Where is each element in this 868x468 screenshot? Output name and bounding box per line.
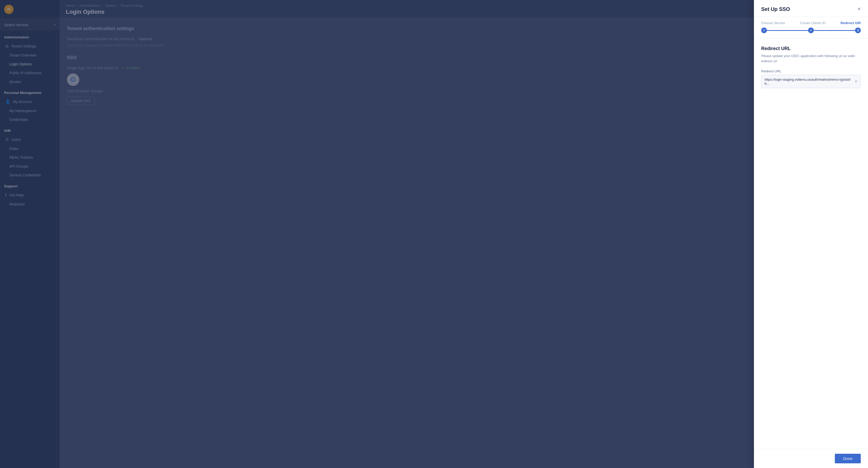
sso-panel: Set Up SSO × Choose Service Create Clien… [754, 0, 868, 468]
step1-dot [761, 28, 767, 33]
stepper-track: 3 [761, 28, 861, 33]
stepper: Choose Service Create Clients ID Redirec… [754, 17, 868, 39]
panel-footer: Done [754, 449, 868, 468]
redirect-url-label: Redirect URL [761, 69, 861, 73]
panel-description: Please update your OIDC application with… [761, 53, 861, 64]
done-button[interactable]: Done [835, 454, 861, 463]
clear-url-button[interactable]: × [855, 79, 857, 84]
panel-header: Set Up SSO × [754, 0, 868, 17]
panel-body: Redirect URL Please update your OIDC app… [754, 39, 868, 449]
redirect-url-input-wrap: https://login-staging.volterra.us/auth/r… [761, 75, 861, 88]
step2-label: Create Clients ID [800, 21, 826, 25]
redirect-url-field-group: Redirect URL https://login-staging.volte… [761, 69, 861, 88]
step3-label: Redirect URI [840, 21, 861, 25]
step1-label: Choose Service [761, 21, 785, 25]
step-line-1 [767, 30, 808, 31]
redirect-url-section-title: Redirect URL [761, 46, 861, 51]
step3-dot: 3 [855, 28, 861, 33]
modal-overlay [0, 0, 868, 468]
stepper-labels: Choose Service Create Clients ID Redirec… [761, 21, 861, 25]
redirect-url-value: https://login-staging.volterra.us/auth/r… [765, 78, 852, 85]
step-line-2 [814, 30, 855, 31]
step2-dot [808, 28, 814, 33]
close-panel-button[interactable]: × [857, 6, 861, 12]
panel-title: Set Up SSO [761, 6, 790, 12]
